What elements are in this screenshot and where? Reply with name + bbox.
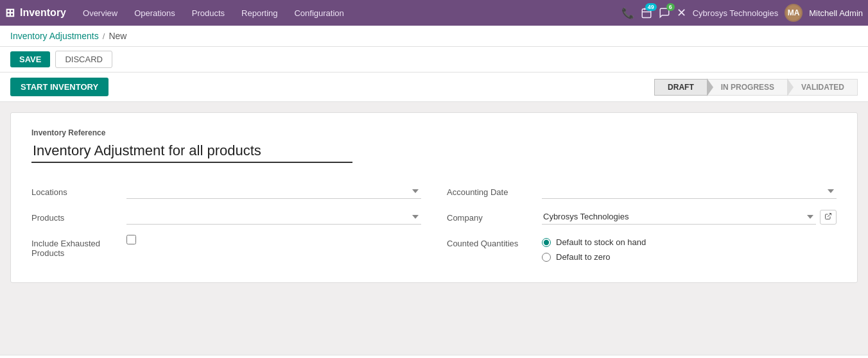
inventory-title-input[interactable] [31, 140, 352, 163]
company-label: Company [447, 209, 537, 223]
phone-icon[interactable]: 📞 [621, 7, 634, 19]
company-field-wrap: Cybrosys Technologies [542, 209, 837, 225]
radio-default-zero-label: Default to zero [556, 252, 611, 262]
discard-button[interactable]: DISCARD [55, 51, 112, 68]
chat-badge: 6 [666, 3, 675, 11]
include-exhausted-label: Include Exhausted Products [31, 235, 121, 258]
breadcrumb: Inventory Adjustments / New [0, 26, 868, 47]
breadcrumb-current: New [108, 31, 126, 41]
calendar-badge: 49 [645, 3, 657, 11]
radio-default-stock-label: Default to stock on hand [556, 237, 646, 247]
products-select[interactable] [126, 209, 421, 225]
start-inventory-button[interactable]: START INVENTORY [10, 78, 108, 96]
counted-quantities-field-wrap: Default to stock on hand Default to zero [542, 235, 837, 262]
radio-default-stock-input[interactable] [542, 238, 551, 247]
action-bar: SAVE DISCARD [0, 47, 868, 72]
top-navigation: ⊞ Inventory Overview Operations Products… [0, 0, 868, 26]
radio-default-zero[interactable]: Default to zero [542, 252, 646, 262]
nav-item-operations[interactable]: Operations [126, 6, 183, 21]
close-icon[interactable]: ✕ [677, 6, 686, 20]
nav-item-configuration[interactable]: Configuration [286, 6, 351, 21]
locations-select[interactable] [126, 183, 421, 199]
locations-field-wrap [126, 183, 421, 199]
calendar-icon[interactable]: 49 [641, 7, 652, 19]
status-bar: START INVENTORY DRAFT IN PROGRESS VALIDA… [0, 72, 868, 102]
locations-label: Locations [31, 183, 121, 197]
company-row: Company Cybrosys Technologies [447, 204, 837, 230]
accounting-date-label: Accounting Date [447, 183, 537, 197]
user-avatar[interactable]: MA [785, 4, 803, 22]
form-right-column: Accounting Date Company Cybrosys Technol… [447, 178, 837, 267]
include-exhausted-row: Include Exhausted Products [31, 230, 421, 263]
grid-icon[interactable]: ⊞ [5, 6, 15, 20]
breadcrumb-separator: / [103, 31, 105, 41]
app-logo[interactable]: ⊞ Inventory [5, 6, 66, 20]
locations-row: Locations [31, 178, 421, 204]
counted-quantities-radio-group: Default to stock on hand Default to zero [542, 235, 646, 262]
accounting-date-field-wrap [542, 183, 837, 199]
nav-item-reporting[interactable]: Reporting [234, 6, 285, 21]
save-button[interactable]: SAVE [10, 51, 50, 67]
radio-default-stock[interactable]: Default to stock on hand [542, 237, 646, 247]
inventory-reference-section: Inventory Reference [31, 128, 837, 163]
status-step-validated[interactable]: VALIDATED [788, 79, 858, 96]
products-row: Products [31, 204, 421, 230]
accounting-date-select[interactable] [542, 183, 837, 199]
radio-default-zero-input[interactable] [542, 253, 551, 262]
company-external-link-button[interactable] [820, 210, 837, 225]
app-title: Inventory [20, 7, 66, 19]
accounting-date-row: Accounting Date [447, 178, 837, 204]
status-step-draft[interactable]: DRAFT [654, 79, 707, 96]
form-left-column: Locations Products [31, 178, 421, 267]
chat-icon[interactable]: 6 [659, 7, 670, 19]
include-exhausted-checkbox[interactable] [126, 235, 136, 244]
status-step-in-progress[interactable]: IN PROGRESS [707, 79, 788, 96]
form-card: Inventory Reference Locations Products [10, 112, 858, 283]
products-label: Products [31, 209, 121, 223]
user-name: Mitchell Admin [809, 8, 863, 18]
form-grid: Locations Products [31, 178, 837, 267]
company-name: Cybrosys Technologies [693, 8, 778, 18]
page-content: Inventory Reference Locations Products [0, 102, 868, 355]
nav-item-overview[interactable]: Overview [75, 6, 125, 21]
company-select[interactable]: Cybrosys Technologies [542, 209, 816, 225]
counted-quantities-row: Counted Quantities Default to stock on h… [447, 230, 837, 267]
counted-quantities-label: Counted Quantities [447, 235, 537, 248]
nav-item-products[interactable]: Products [184, 6, 232, 21]
breadcrumb-parent[interactable]: Inventory Adjustments [10, 31, 99, 41]
svg-line-4 [828, 213, 831, 217]
products-field-wrap [126, 209, 421, 225]
inventory-reference-label: Inventory Reference [31, 128, 837, 137]
topnav-right: 📞 49 6 ✕ Cybrosys Technologies MA Mitche… [621, 4, 863, 22]
nav-items: Overview Operations Products Reporting C… [75, 6, 619, 21]
messaging-bar: Send message Log note ⏱ Schedule activit… [0, 355, 868, 358]
include-exhausted-field-wrap [126, 235, 421, 244]
status-steps: DRAFT IN PROGRESS VALIDATED [654, 79, 858, 96]
